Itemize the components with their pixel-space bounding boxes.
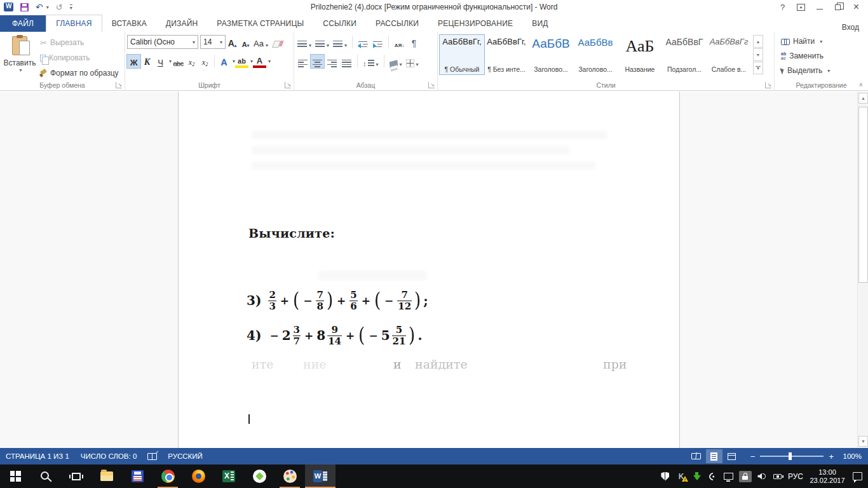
style-heading1[interactable]: АаБбВ Заголово...	[529, 35, 573, 74]
firefox-button[interactable]	[183, 464, 214, 488]
font-size-combo[interactable]: 14 ▾	[200, 35, 226, 49]
clear-formatting-button[interactable]	[269, 36, 285, 49]
align-center-button[interactable]	[311, 55, 324, 68]
cut-button[interactable]: ✂ Вырезать	[40, 36, 119, 49]
lock-tray-button[interactable]	[739, 464, 752, 488]
style-heading2[interactable]: АаБбВв Заголово...	[573, 35, 618, 74]
satellite-tray-button[interactable]	[707, 464, 719, 488]
proofing-status-icon[interactable]	[147, 453, 157, 460]
chrome-button[interactable]	[153, 464, 183, 488]
scrollbar-thumb[interactable]	[858, 107, 868, 283]
paste-dropdown-icon[interactable]: ▾	[19, 67, 22, 73]
style-normal[interactable]: АаБбВвГг, ¶ Обычный	[440, 35, 484, 74]
grow-font-button[interactable]: А▴	[226, 36, 239, 49]
scroll-up-button[interactable]: ▲	[858, 93, 868, 104]
sign-in-link[interactable]: Вход	[842, 23, 868, 32]
font-color-button[interactable]: А	[253, 55, 266, 68]
style-subtitle[interactable]: АаБбВвГ Подзагол...	[662, 35, 707, 74]
align-right-button[interactable]	[325, 55, 339, 68]
font-dialog-launcher[interactable]: ↘	[285, 82, 291, 88]
styles-scroll-up-button[interactable]: ▲	[753, 35, 763, 48]
tab-home[interactable]: ГЛАВНАЯ	[46, 15, 102, 32]
borders-button[interactable]: ▾	[405, 55, 420, 68]
tab-design[interactable]: ДИЗАЙН	[156, 15, 208, 32]
italic-button[interactable]: К	[140, 55, 154, 68]
zoom-in-button[interactable]: +	[829, 452, 834, 461]
minimize-button[interactable]	[810, 0, 829, 14]
copy-button[interactable]: Копировать	[40, 51, 119, 64]
font-name-combo[interactable]: Calibri (Осно ▾	[127, 35, 198, 49]
text-effects-button[interactable]: А	[217, 55, 231, 68]
task-view-button[interactable]	[61, 464, 92, 488]
zoom-out-button[interactable]: −	[750, 452, 756, 461]
ribbon-display-options-button[interactable]: ▴	[792, 0, 810, 14]
zoom-percentage[interactable]: 100%	[839, 452, 862, 460]
style-no-spacing[interactable]: АаБбВвГг, ¶ Без инте...	[484, 35, 529, 74]
numbering-dropdown-icon[interactable]: ▾	[327, 43, 329, 48]
save-button[interactable]	[20, 3, 29, 11]
styles-gallery-more-button[interactable]: ▼	[753, 62, 763, 74]
tab-mailings[interactable]: РАССЫЛКИ	[366, 15, 428, 32]
undo-dropdown-icon[interactable]: ▾	[46, 4, 49, 10]
start-button[interactable]	[0, 464, 31, 488]
select-dropdown-icon[interactable]: ▾	[827, 68, 830, 74]
excel-button[interactable]	[214, 464, 244, 488]
language-indicator[interactable]: РУССКИЙ	[162, 452, 208, 460]
find-button[interactable]: Найти ▾	[781, 35, 867, 48]
clipboard-dialog-launcher[interactable]: ↘	[116, 82, 122, 88]
vertical-scrollbar[interactable]: ▲ ▼	[857, 92, 868, 448]
tab-insert[interactable]: ВСТАВКА	[102, 15, 156, 32]
read-mode-button[interactable]	[688, 449, 705, 463]
borders-dropdown-icon[interactable]: ▾	[416, 62, 419, 67]
document-page[interactable]: Вычислите: 3) 23 + ( − 78 ) + 56 + ( − 7…	[178, 92, 680, 448]
page-indicator[interactable]: СТРАНИЦА 1 ИЗ 1	[0, 452, 75, 460]
bullets-dropdown-icon[interactable]: ▾	[309, 43, 311, 48]
zoom-slider-thumb[interactable]	[789, 452, 792, 460]
network-tray-button[interactable]	[723, 464, 735, 488]
style-subtle-emphasis[interactable]: АаБбВвГг Слабое в...	[707, 35, 751, 74]
increase-indent-button[interactable]	[371, 36, 384, 49]
change-case-dropdown-icon[interactable]: ▾	[266, 43, 268, 48]
notification-center-button[interactable]	[851, 464, 863, 488]
shading-button[interactable]: ▾	[388, 55, 403, 68]
shrink-font-button[interactable]: А▾	[239, 36, 252, 49]
styles-dialog-launcher[interactable]: ↘	[765, 82, 771, 88]
tab-page-layout[interactable]: РАЗМЕТКА СТРАНИЦЫ	[207, 15, 313, 32]
multilevel-list-button[interactable]: ▾	[332, 36, 348, 49]
styles-scroll-down-button[interactable]: ▼	[753, 48, 763, 61]
paragraph-dialog-launcher[interactable]: ↘	[428, 82, 435, 88]
decrease-indent-button[interactable]	[356, 36, 370, 49]
tab-references[interactable]: ССЫЛКИ	[313, 15, 366, 32]
align-left-button[interactable]	[296, 55, 309, 68]
replace-button[interactable]: abac Заменить	[781, 50, 867, 62]
superscript-button[interactable]: x2	[198, 55, 212, 68]
help-button[interactable]: ?	[773, 0, 792, 14]
font-name-dropdown-icon[interactable]: ▾	[193, 39, 195, 45]
tab-file[interactable]: ФАЙЛ	[0, 15, 46, 32]
document-area[interactable]: Вычислите: 3) 23 + ( − 78 ) + 56 + ( − 7…	[0, 92, 868, 448]
shading-dropdown-icon[interactable]: ▾	[400, 62, 402, 67]
word-taskbar-button[interactable]	[305, 464, 336, 488]
tab-view[interactable]: ВИД	[522, 15, 557, 32]
strikethrough-button[interactable]: abc	[172, 55, 185, 68]
line-spacing-button[interactable]: ↕ ▾	[362, 55, 380, 68]
taskbar-search-button[interactable]	[31, 464, 61, 488]
multilevel-dropdown-icon[interactable]: ▾	[344, 43, 347, 48]
style-title[interactable]: АаБ Название	[618, 35, 662, 74]
clock[interactable]: 13:0023.02.2017	[808, 464, 847, 488]
antivirus-tray-button[interactable]: K	[675, 464, 687, 488]
paint-button[interactable]	[275, 464, 305, 488]
select-button[interactable]: Выделить ▾	[781, 64, 867, 77]
print-layout-button[interactable]	[706, 449, 722, 463]
bold-button[interactable]: Ж	[127, 55, 140, 68]
subscript-button[interactable]: x2	[185, 55, 198, 68]
file-explorer-button[interactable]	[92, 464, 122, 488]
scroll-down-button[interactable]: ▼	[858, 436, 868, 447]
undo-button[interactable]: ↶ ▾	[36, 3, 49, 11]
find-dropdown-icon[interactable]: ▾	[820, 39, 822, 44]
sims-button[interactable]	[244, 464, 275, 488]
word-count[interactable]: ЧИСЛО СЛОВ: 0	[75, 452, 142, 460]
line-spacing-dropdown-icon[interactable]: ▾	[376, 62, 379, 67]
collapse-ribbon-button[interactable]: ∧	[858, 81, 863, 88]
text-highlight-button[interactable]: ab	[235, 55, 248, 68]
